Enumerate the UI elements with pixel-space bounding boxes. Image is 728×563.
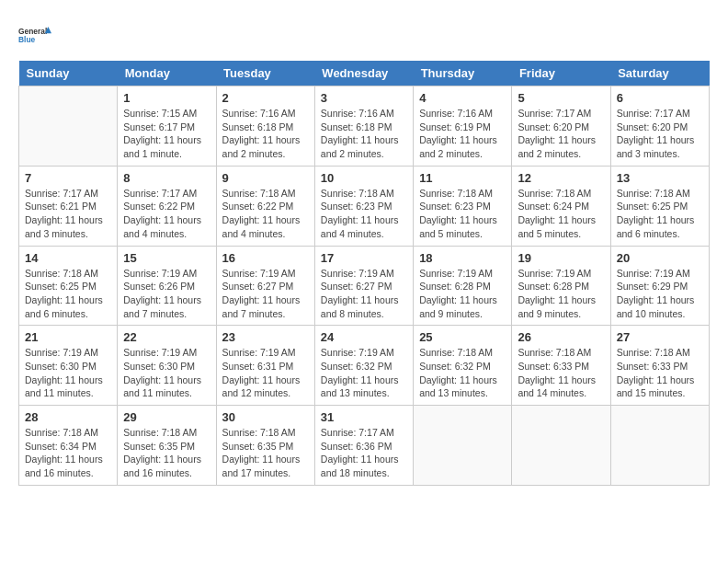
header-wednesday: Wednesday — [314, 61, 413, 86]
day-number: 7 — [25, 171, 111, 185]
header-tuesday: Tuesday — [216, 61, 314, 86]
day-number: 30 — [222, 410, 309, 424]
calendar-cell — [610, 406, 709, 486]
day-number: 12 — [518, 171, 604, 185]
calendar-cell: 3Sunrise: 7:16 AMSunset: 6:18 PMDaylight… — [314, 86, 413, 167]
calendar-cell: 25Sunrise: 7:18 AMSunset: 6:32 PMDayligh… — [414, 326, 512, 406]
day-number: 8 — [123, 171, 210, 185]
calendar-header-row: SundayMondayTuesdayWednesdayThursdayFrid… — [19, 61, 710, 86]
day-number: 25 — [419, 330, 506, 344]
day-info: Sunrise: 7:19 AMSunset: 6:32 PMDaylight:… — [321, 346, 407, 400]
day-info: Sunrise: 7:17 AMSunset: 6:36 PMDaylight:… — [321, 426, 407, 480]
day-number: 18 — [419, 251, 506, 265]
day-info: Sunrise: 7:16 AMSunset: 6:18 PMDaylight:… — [321, 107, 407, 161]
day-info: Sunrise: 7:18 AMSunset: 6:33 PMDaylight:… — [617, 346, 703, 400]
calendar-cell: 16Sunrise: 7:19 AMSunset: 6:27 PMDayligh… — [216, 246, 314, 326]
day-number: 15 — [123, 251, 210, 265]
day-info: Sunrise: 7:19 AMSunset: 6:28 PMDaylight:… — [518, 267, 604, 321]
day-info: Sunrise: 7:19 AMSunset: 6:30 PMDaylight:… — [123, 346, 210, 400]
day-number: 20 — [617, 251, 703, 265]
header-friday: Friday — [512, 61, 610, 86]
day-number: 14 — [25, 251, 111, 265]
header-thursday: Thursday — [414, 61, 512, 86]
day-number: 29 — [123, 410, 210, 424]
day-info: Sunrise: 7:17 AMSunset: 6:20 PMDaylight:… — [617, 107, 703, 161]
calendar-week-2: 7Sunrise: 7:17 AMSunset: 6:21 PMDaylight… — [19, 166, 710, 246]
day-number: 23 — [222, 330, 309, 344]
page-header: General Blue — [18, 18, 710, 52]
calendar-cell: 28Sunrise: 7:18 AMSunset: 6:34 PMDayligh… — [19, 406, 118, 486]
day-number: 2 — [222, 91, 309, 105]
day-info: Sunrise: 7:18 AMSunset: 6:25 PMDaylight:… — [25, 267, 111, 321]
calendar-cell: 12Sunrise: 7:18 AMSunset: 6:24 PMDayligh… — [512, 166, 610, 246]
day-number: 11 — [419, 171, 506, 185]
calendar-cell: 5Sunrise: 7:17 AMSunset: 6:20 PMDaylight… — [512, 86, 610, 167]
day-info: Sunrise: 7:18 AMSunset: 6:23 PMDaylight:… — [419, 187, 506, 241]
day-number: 13 — [617, 171, 703, 185]
day-info: Sunrise: 7:18 AMSunset: 6:33 PMDaylight:… — [518, 346, 604, 400]
calendar-week-1: 1Sunrise: 7:15 AMSunset: 6:17 PMDaylight… — [19, 86, 710, 167]
day-info: Sunrise: 7:17 AMSunset: 6:20 PMDaylight:… — [518, 107, 604, 161]
day-info: Sunrise: 7:18 AMSunset: 6:35 PMDaylight:… — [222, 426, 309, 480]
calendar-cell: 27Sunrise: 7:18 AMSunset: 6:33 PMDayligh… — [610, 326, 709, 406]
day-number: 1 — [123, 91, 210, 105]
day-number: 9 — [222, 171, 309, 185]
calendar-cell: 22Sunrise: 7:19 AMSunset: 6:30 PMDayligh… — [118, 326, 216, 406]
calendar-cell — [414, 406, 512, 486]
day-number: 3 — [321, 91, 407, 105]
day-info: Sunrise: 7:18 AMSunset: 6:22 PMDaylight:… — [222, 187, 309, 241]
calendar-cell: 10Sunrise: 7:18 AMSunset: 6:23 PMDayligh… — [314, 166, 413, 246]
calendar-cell: 17Sunrise: 7:19 AMSunset: 6:27 PMDayligh… — [314, 246, 413, 326]
calendar-cell: 19Sunrise: 7:19 AMSunset: 6:28 PMDayligh… — [512, 246, 610, 326]
day-info: Sunrise: 7:19 AMSunset: 6:30 PMDaylight:… — [25, 346, 111, 400]
calendar-cell: 1Sunrise: 7:15 AMSunset: 6:17 PMDaylight… — [118, 86, 216, 167]
calendar-cell: 15Sunrise: 7:19 AMSunset: 6:26 PMDayligh… — [118, 246, 216, 326]
calendar-cell: 8Sunrise: 7:17 AMSunset: 6:22 PMDaylight… — [118, 166, 216, 246]
calendar-cell: 31Sunrise: 7:17 AMSunset: 6:36 PMDayligh… — [314, 406, 413, 486]
calendar-cell: 7Sunrise: 7:17 AMSunset: 6:21 PMDaylight… — [19, 166, 118, 246]
day-info: Sunrise: 7:17 AMSunset: 6:21 PMDaylight:… — [25, 187, 111, 241]
day-number: 5 — [518, 91, 604, 105]
day-info: Sunrise: 7:18 AMSunset: 6:24 PMDaylight:… — [518, 187, 604, 241]
calendar-cell: 9Sunrise: 7:18 AMSunset: 6:22 PMDaylight… — [216, 166, 314, 246]
day-info: Sunrise: 7:15 AMSunset: 6:17 PMDaylight:… — [123, 107, 210, 161]
calendar-cell: 4Sunrise: 7:16 AMSunset: 6:19 PMDaylight… — [414, 86, 512, 167]
day-info: Sunrise: 7:18 AMSunset: 6:35 PMDaylight:… — [123, 426, 210, 480]
calendar-cell: 13Sunrise: 7:18 AMSunset: 6:25 PMDayligh… — [610, 166, 709, 246]
day-info: Sunrise: 7:17 AMSunset: 6:22 PMDaylight:… — [123, 187, 210, 241]
day-info: Sunrise: 7:16 AMSunset: 6:19 PMDaylight:… — [419, 107, 506, 161]
calendar-cell: 18Sunrise: 7:19 AMSunset: 6:28 PMDayligh… — [414, 246, 512, 326]
day-number: 27 — [617, 330, 703, 344]
calendar-table: SundayMondayTuesdayWednesdayThursdayFrid… — [18, 61, 710, 486]
day-number: 6 — [617, 91, 703, 105]
header-monday: Monday — [118, 61, 216, 86]
day-number: 17 — [321, 251, 407, 265]
calendar-cell: 24Sunrise: 7:19 AMSunset: 6:32 PMDayligh… — [314, 326, 413, 406]
calendar-cell: 20Sunrise: 7:19 AMSunset: 6:29 PMDayligh… — [610, 246, 709, 326]
day-number: 24 — [321, 330, 407, 344]
calendar-cell: 11Sunrise: 7:18 AMSunset: 6:23 PMDayligh… — [414, 166, 512, 246]
day-info: Sunrise: 7:18 AMSunset: 6:34 PMDaylight:… — [25, 426, 111, 480]
day-number: 4 — [419, 91, 506, 105]
calendar-cell: 21Sunrise: 7:19 AMSunset: 6:30 PMDayligh… — [19, 326, 118, 406]
calendar-cell: 26Sunrise: 7:18 AMSunset: 6:33 PMDayligh… — [512, 326, 610, 406]
calendar-cell: 23Sunrise: 7:19 AMSunset: 6:31 PMDayligh… — [216, 326, 314, 406]
calendar-cell: 29Sunrise: 7:18 AMSunset: 6:35 PMDayligh… — [118, 406, 216, 486]
day-number: 10 — [321, 171, 407, 185]
calendar-cell: 14Sunrise: 7:18 AMSunset: 6:25 PMDayligh… — [19, 246, 118, 326]
day-info: Sunrise: 7:19 AMSunset: 6:29 PMDaylight:… — [617, 267, 703, 321]
day-number: 28 — [25, 410, 111, 424]
day-info: Sunrise: 7:19 AMSunset: 6:31 PMDaylight:… — [222, 346, 309, 400]
calendar-week-3: 14Sunrise: 7:18 AMSunset: 6:25 PMDayligh… — [19, 246, 710, 326]
day-number: 22 — [123, 330, 210, 344]
calendar-week-5: 28Sunrise: 7:18 AMSunset: 6:34 PMDayligh… — [19, 406, 710, 486]
calendar-cell: 30Sunrise: 7:18 AMSunset: 6:35 PMDayligh… — [216, 406, 314, 486]
svg-text:General: General — [18, 27, 47, 36]
calendar-cell: 2Sunrise: 7:16 AMSunset: 6:18 PMDaylight… — [216, 86, 314, 167]
day-info: Sunrise: 7:19 AMSunset: 6:27 PMDaylight:… — [222, 267, 309, 321]
header-saturday: Saturday — [610, 61, 709, 86]
calendar-week-4: 21Sunrise: 7:19 AMSunset: 6:30 PMDayligh… — [19, 326, 710, 406]
day-info: Sunrise: 7:19 AMSunset: 6:28 PMDaylight:… — [419, 267, 506, 321]
header-sunday: Sunday — [19, 61, 118, 86]
day-info: Sunrise: 7:19 AMSunset: 6:26 PMDaylight:… — [123, 267, 210, 321]
